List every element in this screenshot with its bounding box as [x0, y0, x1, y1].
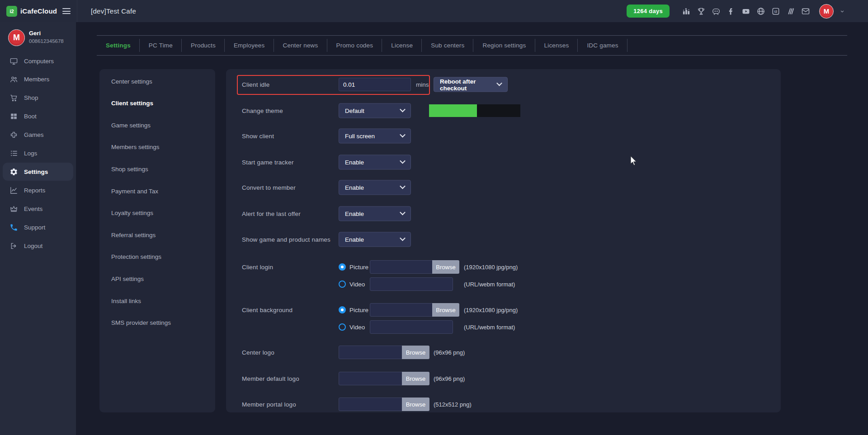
convert-to-member-select[interactable]: Enable: [339, 180, 411, 195]
form-row-member-portal-logo: Member portal logo Browse (512x512 png): [226, 397, 781, 412]
tab-region-settings[interactable]: Region settings: [473, 36, 535, 55]
sidebar-item-settings[interactable]: Settings: [3, 163, 73, 181]
tab-settings[interactable]: Settings: [97, 36, 140, 55]
field-label: Alert for the last offer: [242, 210, 301, 217]
tab-sub-centers[interactable]: Sub centers: [422, 36, 473, 55]
brand-area: i2 iCafeCloud: [0, 0, 77, 22]
settings-menu-item-shop-settings[interactable]: Shop settings: [111, 161, 211, 177]
tab-licenses[interactable]: Licenses: [535, 36, 578, 55]
layers-icon[interactable]: [786, 6, 795, 16]
icafe-icon[interactable]: i2: [771, 6, 780, 16]
topbar-icons: i2: [681, 6, 810, 16]
sidebar-item-label: Support: [24, 224, 45, 231]
settings-menu-item-protection-settings[interactable]: Protection settings: [111, 249, 211, 265]
field-hint: (96x96 png): [434, 349, 465, 356]
change-theme-select[interactable]: Default: [339, 103, 411, 118]
user-id: 008612345678: [29, 38, 64, 44]
settings-menu-item-payment-and-tax[interactable]: Payment and Tax: [111, 183, 211, 199]
radio-label: Video: [349, 281, 365, 288]
client-login-video-radio[interactable]: [339, 281, 346, 288]
client-login-picture-radio[interactable]: [339, 263, 346, 271]
monitor-icon: [9, 57, 18, 65]
settings-menu-item-game-settings[interactable]: Game settings: [111, 117, 211, 133]
field-hint: (512x512 png): [434, 401, 472, 408]
menu-icon[interactable]: [62, 7, 71, 16]
discord-icon[interactable]: [711, 6, 721, 16]
sidebar-item-label: Shop: [24, 94, 38, 101]
tab-license[interactable]: License: [382, 36, 422, 55]
sidebar-item-label: Settings: [24, 168, 48, 175]
form-row-alert-last-offer: Alert for the last offer Enable: [226, 206, 781, 221]
settings-menu-item-api-settings[interactable]: API settings: [111, 271, 211, 286]
show-game-product-names-select[interactable]: Enable: [339, 232, 411, 247]
sidebar-item-label: Members: [24, 76, 49, 83]
tab-products[interactable]: Products: [182, 36, 225, 55]
field-hint: (1920x1080 jpg/png): [464, 307, 518, 313]
tab-center-news[interactable]: Center news: [274, 36, 327, 55]
sidebar-item-logs[interactable]: Logs: [3, 145, 73, 163]
show-client-select[interactable]: Full screen: [339, 129, 411, 144]
avatar[interactable]: M: [819, 4, 834, 19]
selected-value: Enable: [345, 159, 364, 166]
client-background-video-input[interactable]: [370, 320, 453, 334]
sidebar-item-label: Computers: [24, 58, 54, 65]
globe-icon[interactable]: [756, 6, 765, 16]
client-idle-action-select[interactable]: Reboot after checkout: [434, 77, 508, 92]
sidebar-item-label: Reports: [24, 187, 45, 194]
crown-icon: [9, 205, 18, 213]
client-background-picture-radio[interactable]: [339, 306, 346, 313]
trophy-icon[interactable]: [696, 6, 706, 16]
client-login-picture-browse-button[interactable]: Browse: [432, 260, 459, 274]
sidebar-item-events[interactable]: Events: [3, 200, 73, 218]
sidebar-item-reports[interactable]: Reports: [3, 181, 73, 199]
selected-value: Reboot after checkout: [440, 78, 492, 91]
member-portal-logo-browse-button[interactable]: Browse: [402, 398, 429, 411]
selected-value: Enable: [345, 184, 364, 191]
sidebar-item-logout[interactable]: Logout: [3, 237, 73, 255]
tab-pc-time[interactable]: PC Time: [140, 36, 182, 55]
start-game-tracker-select[interactable]: Enable: [339, 155, 411, 170]
client-background-video-radio[interactable]: [339, 323, 346, 331]
sidebar-item-shop[interactable]: Shop: [3, 89, 73, 107]
settings-menu-item-center-settings[interactable]: Center settings: [111, 74, 211, 89]
sidebar-item-label: Events: [24, 206, 42, 212]
user-avatar[interactable]: M: [8, 29, 25, 46]
theme-preview: [429, 104, 520, 117]
settings-menu-item-referral-settings[interactable]: Referral settings: [111, 227, 211, 243]
form-row-client-background-video: Video (URL/webm format): [226, 320, 781, 334]
settings-menu-item-loyalty-settings[interactable]: Loyalty settings: [111, 206, 211, 221]
ranking-icon[interactable]: [681, 6, 691, 16]
mail-icon[interactable]: [801, 6, 810, 16]
settings-menu-item-client-settings[interactable]: Client settings: [111, 96, 211, 111]
alert-last-offer-select[interactable]: Enable: [339, 206, 411, 221]
windows-icon: [9, 112, 18, 121]
sidebar-item-boot[interactable]: Boot: [3, 108, 73, 126]
member-default-logo-browse-button[interactable]: Browse: [402, 372, 429, 385]
list-icon: [9, 149, 18, 158]
settings-menu-item-sms-provider-settings[interactable]: SMS provider settings: [111, 315, 211, 331]
facebook-icon[interactable]: [726, 6, 736, 16]
field-label: Center logo: [242, 349, 274, 356]
sidebar-item-members[interactable]: Members: [3, 70, 73, 89]
days-badge[interactable]: 1264 days: [627, 5, 670, 18]
youtube-icon[interactable]: [741, 6, 750, 16]
sidebar-item-computers[interactable]: Computers: [3, 52, 73, 70]
client-idle-input[interactable]: [339, 78, 411, 91]
topbar-actions: 1264 days i2 M: [627, 4, 868, 19]
form-row-client-background-picture: Client background Picture Browse (1920x1…: [226, 303, 781, 317]
sidebar-item-games[interactable]: Games: [3, 126, 73, 144]
tab-employees[interactable]: Employees: [225, 36, 274, 55]
sidebar-item-support[interactable]: Support: [3, 218, 73, 236]
tab-idc-games[interactable]: IDC games: [578, 36, 627, 55]
settings-menu-item-install-links[interactable]: Install links: [111, 293, 211, 309]
center-logo-browse-button[interactable]: Browse: [402, 346, 429, 359]
settings-menu-item-members-settings[interactable]: Members settings: [111, 140, 211, 155]
tab-promo-codes[interactable]: Promo codes: [327, 36, 382, 55]
client-login-video-input[interactable]: [370, 277, 453, 291]
radio-label: Picture: [349, 307, 368, 313]
client-background-picture-browse-button[interactable]: Browse: [432, 303, 459, 317]
client-settings-form: Client idle mins Reboot after checkout C…: [226, 69, 781, 412]
field-hint: (1920x1080 jpg/png): [464, 264, 518, 271]
chevron-down-icon[interactable]: [839, 8, 845, 14]
sidebar-item-label: Games: [24, 131, 44, 138]
